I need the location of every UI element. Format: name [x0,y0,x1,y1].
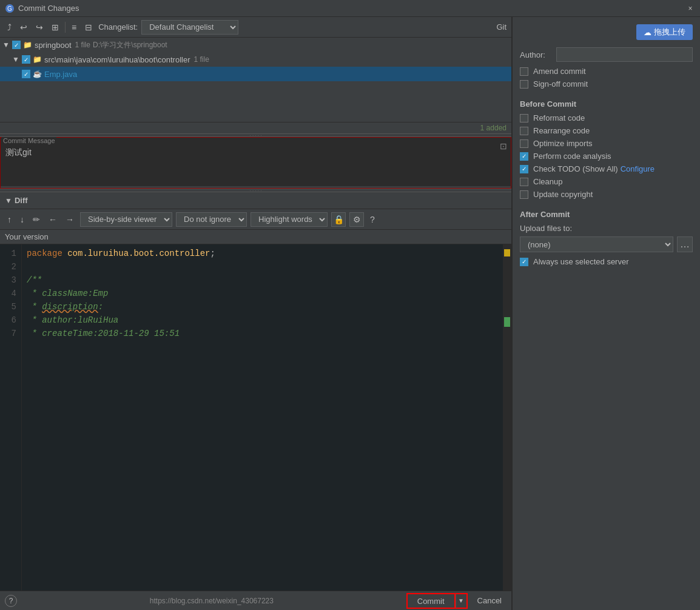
folder-icon: 📁 [23,41,32,49]
highlight-dropdown[interactable]: Highlight words [251,212,328,227]
close-button[interactable]: × [685,4,695,13]
diff-header: ▼ Diff [0,192,511,209]
code-line-7: * createTime:2018-11-29 15:51 [27,327,498,340]
after-commit-header: After Commit [520,210,693,219]
folder-icon: 📁 [33,55,42,64]
viewer-dropdown[interactable]: Side-by-side viewer [80,212,172,227]
line-num-2: 2 [5,260,16,273]
code-content: package com.luruihua.boot.controller; /*… [22,244,503,591]
rearrange-row: Rearrange code [520,126,693,135]
prev-diff-button[interactable]: ↑ [5,213,14,226]
commit-message-area: Commit Message ⊡ [0,137,511,189]
redo-button[interactable]: ↪ [33,21,45,33]
code-line-1: package com.luruihua.boot.controller; [27,247,498,260]
separator [65,22,66,33]
window-title: Commit Changes [18,4,79,13]
tree-item[interactable]: ▼ 📁 src\main\java\com\luruihua\boot\cont… [0,52,511,67]
prev-change-button[interactable]: ← [46,213,59,226]
todo-checkbox[interactable] [520,165,528,173]
perform-label: Perform code analysis [533,152,611,161]
cleanup-checkbox[interactable] [520,178,528,186]
always-use-server-label: Always use selected server [533,257,629,266]
todo-label: Check TODO (Show All) [533,164,618,173]
tree-checkbox[interactable] [22,70,30,78]
upload-more-button[interactable]: … [677,236,693,252]
signoff-checkbox[interactable] [520,80,528,89]
rearrange-label: Rearrange code [533,126,590,135]
upload-dropdown-row: (none) … [520,236,693,252]
edit-diff-button[interactable]: ✏ [30,213,42,226]
reformat-checkbox[interactable] [520,114,528,122]
ignore-dropdown[interactable]: Do not ignore [176,212,247,227]
optimize-checkbox[interactable] [520,139,528,148]
configure-link[interactable]: Configure [621,164,655,173]
rearrange-checkbox[interactable] [520,127,528,135]
tree-checkbox[interactable] [22,55,30,64]
commit-template-icon[interactable]: ⊡ [500,141,507,151]
left-panel: ⤴ ↩ ↪ ⊞ ≡ ⊟ Changelist: Default Changeli… [0,17,512,610]
commit-message-label: Commit Message [2,137,56,144]
right-panel: ☁ 拖拽上传 Author: Amend commit Sign-off com… [512,17,700,610]
tree-item-selected[interactable]: ☕ Emp.java [0,67,511,81]
reformat-label: Reformat code [533,113,585,122]
commit-button[interactable]: Commit [406,593,456,609]
author-input[interactable] [556,47,693,62]
tree-item[interactable]: ▼ 📁 springboot 1 file D:\学习文件\springboot [0,38,511,52]
line-num-7: 7 [5,327,16,340]
signoff-row: Sign-off commit [520,79,693,89]
tree-label: springboot [35,41,72,50]
copyright-row: Update copyright [520,190,693,199]
todo-row: Check TODO (Show All) Configure [520,164,693,173]
help-button[interactable]: ? [5,595,17,607]
commit-message-input[interactable] [1,138,511,186]
undo-button[interactable]: ↩ [18,21,30,33]
upload-icon: ☁ [644,28,651,37]
commit-btn-group: Commit ▼ [406,593,468,609]
cleanup-row: Cleanup [520,177,693,186]
cleanup-label: Cleanup [533,177,562,186]
changelist-dropdown[interactable]: Default Changelist [141,20,238,35]
scrollbar-indicator [503,244,511,591]
move-button[interactable]: ⊞ [49,21,61,33]
commit-dropdown-button[interactable]: ▼ [456,593,468,609]
java-file-icon: ☕ [33,70,42,78]
tree-view-button[interactable]: ⊟ [82,21,95,33]
code-view[interactable]: 1 2 3 4 5 6 7 package com.luruihua.boot.… [0,244,511,591]
tree-meta: 1 file [75,41,90,49]
your-version-label: Your version [0,230,511,244]
line-num-3: 3 [5,273,16,287]
line-num-6: 6 [5,313,16,327]
tree-label: src\main\java\com\luruihua\boot\controll… [44,55,190,64]
always-use-server-row: Always use selected server [520,257,693,266]
optimize-row: Optimize imports [520,139,693,148]
code-line-6: * author:luRuiHua [27,313,498,327]
upload-label: 拖拽上传 [654,27,685,38]
file-tree: ▼ 📁 springboot 1 file D:\学习文件\springboot… [0,38,511,122]
jump-to-source-button[interactable]: ⤴ [5,21,14,33]
next-diff-button[interactable]: ↓ [18,213,27,226]
signoff-label: Sign-off commit [533,79,588,89]
perform-checkbox[interactable] [520,152,528,161]
perform-row: Perform code analysis [520,152,693,161]
git-label: Git [496,22,506,32]
code-line-2 [27,260,498,273]
amend-commit-row: Amend commit [520,67,693,76]
tree-meta: 1 file [194,55,209,64]
upload-server-dropdown[interactable]: (none) [520,236,673,252]
amend-commit-checkbox[interactable] [520,67,528,76]
next-change-button[interactable]: → [63,213,76,226]
settings-button[interactable]: ⚙ [349,212,364,227]
copyright-label: Update copyright [533,190,593,199]
copyright-checkbox[interactable] [520,190,528,199]
help-diff-button[interactable]: ? [368,213,377,226]
amend-commit-label: Amend commit [533,67,586,76]
diff-toolbar: ↑ ↓ ✏ ← → Side-by-side viewer Do not ign… [0,209,511,230]
cancel-button[interactable]: Cancel [473,594,506,608]
diff-title: Diff [15,196,28,205]
list-view-button[interactable]: ≡ [69,21,79,33]
tree-checkbox[interactable] [12,41,21,49]
optimize-label: Optimize imports [533,139,593,148]
always-use-server-checkbox[interactable] [520,258,528,266]
upload-button[interactable]: ☁ 拖拽上传 [636,24,693,40]
lock-button[interactable]: 🔒 [331,212,346,227]
